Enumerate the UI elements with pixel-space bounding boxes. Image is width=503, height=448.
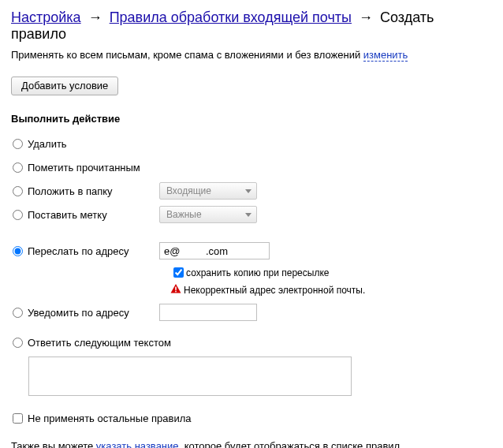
- apply-scope-text: Применять ко всем письмам, кроме спама с…: [11, 49, 492, 61]
- add-condition-button[interactable]: Добавить условие: [11, 77, 118, 95]
- option-move-folder-label[interactable]: Положить в папку: [28, 185, 113, 197]
- option-delete-label[interactable]: Удалить: [28, 138, 67, 150]
- option-mark-read-label[interactable]: Пометить прочитанным: [28, 162, 140, 174]
- option-set-label-label[interactable]: Поставить метку: [28, 209, 107, 221]
- label-select-value: Важные: [166, 209, 202, 220]
- label-select[interactable]: Важные: [159, 206, 257, 223]
- option-forward-radio[interactable]: [13, 246, 23, 256]
- keep-copy-label[interactable]: сохранить копию при пересылке: [186, 267, 329, 278]
- option-forward-row: Переслать по адресу: [11, 241, 492, 260]
- forward-error-text: Некорректный адрес электронной почты.: [184, 285, 365, 296]
- option-reply-radio[interactable]: [13, 338, 23, 348]
- forward-address-input[interactable]: [159, 242, 270, 259]
- action-section-title: Выполнить действие: [11, 113, 492, 125]
- warning-icon: [170, 283, 181, 297]
- chevron-down-icon: [245, 213, 251, 217]
- svg-rect-1: [175, 287, 177, 290]
- svg-rect-2: [175, 291, 177, 293]
- chevron-down-icon: [245, 189, 251, 193]
- apply-scope-prefix: Применять ко всем письмам, кроме спама с…: [11, 49, 363, 61]
- arrow-icon: →: [359, 9, 373, 25]
- change-scope-link[interactable]: изменить: [363, 49, 408, 62]
- option-notify-radio[interactable]: [13, 308, 23, 318]
- folder-select[interactable]: Входящие: [159, 182, 257, 200]
- option-forward-label[interactable]: Переслать по адресу: [28, 245, 129, 257]
- option-notify-label[interactable]: Уведомить по адресу: [28, 307, 129, 319]
- breadcrumb-settings-link[interactable]: Настройка: [11, 9, 81, 25]
- option-delete-radio[interactable]: [13, 139, 23, 149]
- breadcrumb: Настройка → Правила обработки входящей п…: [11, 9, 492, 43]
- forward-sub-block: сохранить копию при пересылке Некорректн…: [170, 265, 492, 297]
- option-move-folder-radio[interactable]: [13, 186, 23, 196]
- name-hint-line: Также вы можете указать название, которо…: [11, 440, 492, 448]
- option-set-label-radio[interactable]: [13, 210, 23, 220]
- notify-address-input[interactable]: [159, 304, 257, 321]
- option-reply-row: Ответить следующим текстом: [11, 333, 492, 396]
- keep-copy-checkbox[interactable]: [173, 267, 184, 278]
- reply-textarea[interactable]: [28, 357, 352, 396]
- no-other-rules-row: Не применять остальные правила: [11, 409, 492, 427]
- option-reply-label[interactable]: Ответить следующим текстом: [28, 337, 171, 349]
- breadcrumb-rules-link[interactable]: Правила обработки входящей почты: [110, 9, 352, 25]
- option-move-folder-row: Положить в папку Входящие: [11, 181, 492, 200]
- arrow-icon: →: [88, 9, 102, 25]
- name-hint-suffix: , которое будет отображаться в списке пр…: [179, 440, 401, 448]
- name-hint-prefix: Также вы можете: [11, 440, 96, 448]
- no-other-rules-label[interactable]: Не применять остальные правила: [28, 413, 191, 424]
- option-set-label-row: Поставить метку Важные: [11, 205, 492, 224]
- option-mark-read-radio[interactable]: [13, 162, 23, 173]
- option-delete-row: Удалить: [11, 134, 492, 153]
- option-notify-row: Уведомить по адресу: [11, 303, 492, 322]
- folder-select-value: Входящие: [166, 185, 211, 196]
- no-other-rules-checkbox[interactable]: [13, 413, 23, 424]
- option-mark-read-row: Пометить прочитанным: [11, 158, 492, 177]
- set-name-link[interactable]: указать название: [96, 440, 179, 448]
